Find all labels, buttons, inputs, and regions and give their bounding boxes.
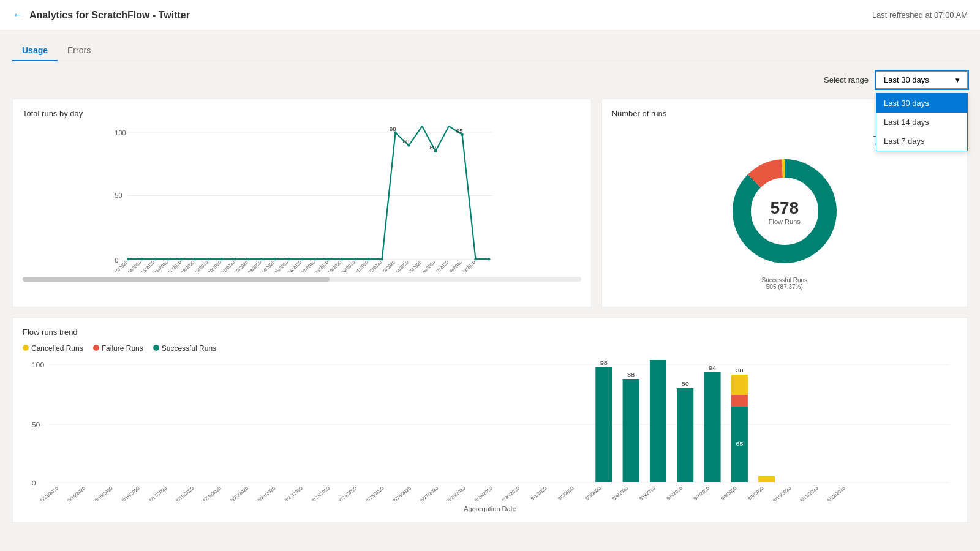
donut-center-label: Flow Runs — [769, 218, 801, 225]
svg-point-33 — [407, 144, 410, 146]
svg-point-39 — [488, 258, 490, 260]
svg-text:8/25/2020: 8/25/2020 — [364, 485, 386, 501]
svg-point-26 — [314, 258, 316, 260]
range-dropdown-menu: Last 30 days Last 14 days Last 7 days — [876, 93, 968, 151]
range-option-14days[interactable]: Last 14 days — [876, 113, 967, 132]
svg-text:9/10/2020: 9/10/2020 — [772, 485, 793, 501]
svg-text:8/13/2020: 8/13/2020 — [110, 260, 129, 272]
controls-row: Select range Last 30 days ▾ Last 30 days… — [12, 71, 968, 89]
svg-rect-104 — [704, 372, 721, 482]
svg-text:9/8/2020: 9/8/2020 — [720, 485, 739, 501]
svg-point-30 — [368, 258, 370, 260]
donut-svg-wrapper: 578 Flow Runs — [723, 150, 846, 274]
svg-text:8/27/2020: 8/27/2020 — [419, 485, 440, 501]
svg-text:8/26/2020: 8/26/2020 — [392, 485, 413, 501]
svg-text:8/22/2020: 8/22/2020 — [283, 485, 304, 501]
line-chart-title: Total runs by day — [23, 109, 581, 118]
range-option-7days[interactable]: Last 7 days — [876, 132, 967, 151]
svg-text:100: 100 — [115, 129, 126, 137]
svg-point-31 — [381, 258, 383, 260]
svg-text:94: 94 — [709, 365, 717, 371]
range-option-30days[interactable]: Last 30 days — [876, 94, 967, 113]
line-chart-svg: 100 50 0 — [23, 126, 581, 272]
last-refreshed-label: Last refreshed at 07:00 AM — [872, 10, 968, 20]
svg-text:88: 88 — [627, 372, 635, 378]
svg-point-22 — [260, 258, 263, 260]
svg-text:9/1/2020: 9/1/2020 — [529, 485, 548, 501]
scrollbar-thumb — [23, 277, 330, 282]
svg-text:8/19/2020: 8/19/2020 — [202, 485, 223, 501]
donut-bottom-legend: Successful Runs505 (87.37%) — [762, 277, 807, 290]
main-content: Usage Errors Select range Last 30 days ▾… — [0, 31, 980, 533]
tab-usage[interactable]: Usage — [12, 40, 58, 61]
svg-point-23 — [274, 258, 276, 260]
tab-errors[interactable]: Errors — [58, 40, 100, 61]
svg-text:50: 50 — [32, 422, 40, 429]
legend-failure: Failure Runs — [93, 344, 143, 353]
svg-rect-107 — [731, 395, 748, 407]
svg-text:98: 98 — [390, 126, 396, 132]
svg-text:8/21/2020: 8/21/2020 — [256, 485, 277, 501]
svg-text:0: 0 — [32, 480, 36, 487]
back-button[interactable]: ← — [12, 9, 23, 21]
svg-text:98: 98 — [600, 360, 608, 366]
svg-point-15 — [167, 258, 169, 260]
svg-point-13 — [140, 258, 143, 260]
svg-text:8/13/2020: 8/13/2020 — [39, 485, 61, 501]
legend-cancelled: Cancelled Runs — [23, 344, 83, 353]
donut-center-text: 578 Flow Runs — [769, 198, 801, 225]
donut-total-number: 578 — [769, 198, 801, 218]
trend-legend: Cancelled Runs Failure Runs Successful R… — [23, 344, 957, 353]
svg-point-18 — [207, 258, 209, 260]
svg-rect-100 — [650, 360, 666, 482]
svg-text:8/16/2020: 8/16/2020 — [121, 485, 142, 501]
svg-text:9/11/2020: 9/11/2020 — [799, 485, 820, 501]
svg-point-32 — [394, 132, 396, 134]
svg-rect-96 — [595, 367, 612, 482]
svg-point-27 — [327, 258, 330, 260]
svg-text:95: 95 — [456, 127, 463, 134]
svg-rect-111 — [758, 476, 775, 482]
charts-top-row: Total runs by day 100 50 0 — [12, 99, 968, 307]
svg-text:9/9/2020: 9/9/2020 — [747, 485, 766, 501]
svg-text:9/7/2020: 9/7/2020 — [692, 485, 711, 501]
svg-point-35 — [434, 150, 437, 152]
bar-chart-title: Flow runs trend — [23, 328, 957, 337]
svg-text:50: 50 — [115, 192, 122, 199]
line-chart-scrollbar[interactable] — [23, 277, 581, 282]
svg-point-25 — [301, 258, 303, 260]
line-chart-container: 100 50 0 — [23, 126, 581, 285]
svg-point-28 — [341, 258, 343, 260]
page-title: Analytics for ScratchFlow - Twitter — [29, 10, 190, 21]
svg-text:8/14/2020: 8/14/2020 — [66, 485, 88, 501]
range-dropdown-button[interactable]: Last 30 days ▾ — [876, 71, 968, 89]
svg-point-12 — [127, 258, 129, 260]
svg-text:8/15/2020: 8/15/2020 — [93, 485, 115, 501]
svg-text:8/29/2020: 8/29/2020 — [473, 485, 494, 501]
donut-container: Cancelled Runs 6 (1.04%) Failure Runs 67… — [612, 126, 957, 297]
svg-text:9/6/2020: 9/6/2020 — [665, 485, 684, 501]
svg-text:65: 65 — [736, 441, 744, 447]
svg-text:80: 80 — [682, 381, 690, 387]
bar-chart-box: Flow runs trend Cancelled Runs Failure R… — [12, 317, 968, 523]
svg-point-37 — [461, 133, 463, 136]
svg-text:38: 38 — [736, 367, 744, 373]
svg-point-20 — [234, 258, 236, 260]
svg-point-24 — [287, 258, 290, 260]
svg-text:80: 80 — [429, 144, 436, 151]
svg-text:8/28/2020: 8/28/2020 — [446, 485, 467, 501]
select-range-label: Select range — [824, 75, 869, 84]
svg-point-38 — [474, 258, 477, 260]
tab-bar: Usage Errors — [12, 40, 968, 61]
svg-point-16 — [180, 258, 183, 260]
svg-text:9/4/2020: 9/4/2020 — [611, 485, 630, 501]
bar-chart-svg: 100 50 0 — [23, 360, 957, 501]
svg-point-29 — [354, 258, 356, 260]
svg-text:8/24/2020: 8/24/2020 — [337, 485, 359, 501]
svg-text:9/3/2020: 9/3/2020 — [584, 485, 603, 501]
svg-text:88: 88 — [403, 138, 410, 144]
svg-point-17 — [194, 258, 196, 260]
svg-text:9/12/2020: 9/12/2020 — [826, 485, 847, 501]
svg-text:8/30/2020: 8/30/2020 — [500, 485, 522, 501]
svg-text:8/20/2020: 8/20/2020 — [229, 485, 251, 501]
